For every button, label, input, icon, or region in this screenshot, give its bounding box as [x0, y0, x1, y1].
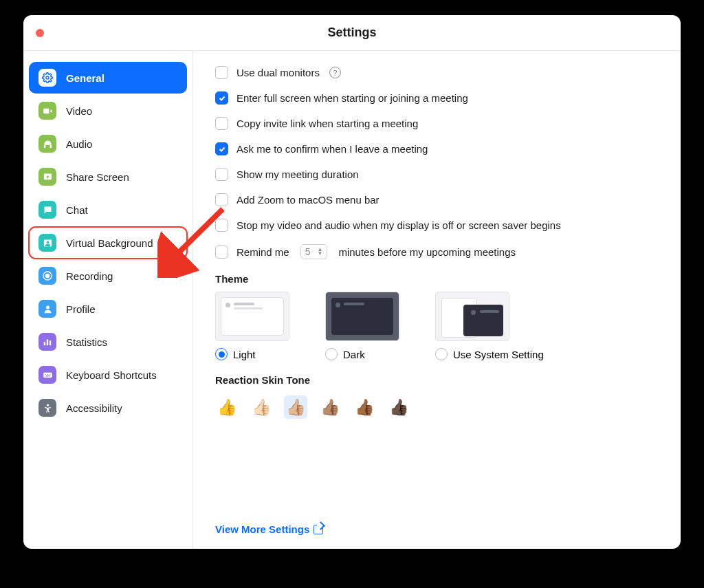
svg-point-14 — [45, 373, 45, 374]
skin-tone-4[interactable]: 👍🏾 — [353, 395, 376, 419]
theme-radio-row: Dark — [325, 348, 399, 360]
option-label: Use dual monitors — [236, 67, 320, 78]
theme-label: Light — [233, 349, 256, 360]
remind-pre: Remind me — [236, 246, 289, 258]
option-label: Show my meeting duration — [236, 168, 359, 180]
svg-point-8 — [45, 274, 49, 277]
theme-preview-system — [435, 292, 509, 341]
sidebar-item-label: Recording — [66, 270, 113, 282]
theme-light[interactable]: Light — [215, 292, 289, 360]
sidebar-item-label: Video — [66, 105, 92, 117]
sidebar-item-label: Accessibility — [66, 402, 122, 414]
skin-tone-row: 👍 👍🏻 👍🏼 👍🏽 👍🏾 👍🏿 — [215, 395, 659, 419]
skin-tone-0[interactable]: 👍 — [215, 395, 239, 419]
theme-preview-light — [215, 292, 289, 341]
theme-radio-row: Light — [215, 348, 289, 360]
remind-post: minutes before my upcoming meetings — [338, 246, 516, 258]
svg-rect-1 — [43, 108, 49, 113]
sidebar-item-label: Audio — [66, 138, 92, 150]
checkbox-full-screen[interactable] — [215, 91, 228, 105]
sidebar-item-label: General — [66, 72, 104, 84]
sidebar-item-statistics[interactable]: Statistics — [29, 326, 187, 358]
gear-icon — [38, 69, 56, 87]
svg-rect-10 — [44, 342, 45, 345]
checkbox-stop-on-saver[interactable] — [215, 219, 228, 232]
checkbox-remind[interactable] — [215, 246, 228, 259]
chat-icon — [38, 201, 56, 219]
headphones-icon — [38, 135, 56, 153]
svg-point-15 — [47, 373, 47, 374]
stepper-arrows-icon: ▲▼ — [318, 248, 323, 256]
sidebar-item-share-screen[interactable]: Share Screen — [29, 161, 187, 193]
help-icon[interactable]: ? — [329, 67, 341, 78]
remind-minutes-value: 5 — [305, 246, 311, 257]
window-title: Settings — [327, 25, 376, 40]
option-full-screen: Enter full screen when starting or joini… — [215, 91, 659, 105]
settings-window: Settings General Video Audio — [23, 15, 681, 549]
svg-point-18 — [46, 404, 48, 406]
option-dual-monitors: Use dual monitors ? — [215, 66, 659, 79]
option-label: Ask me to confirm when I leave a meeting — [236, 143, 428, 155]
option-menu-bar: Add Zoom to macOS menu bar — [215, 193, 659, 206]
radio-dark[interactable] — [325, 348, 338, 360]
option-remind: Remind me 5 ▲▼ minutes before my upcomin… — [215, 244, 659, 259]
option-stop-on-saver: Stop my video and audio when my display … — [215, 219, 659, 232]
share-screen-icon — [38, 168, 56, 186]
svg-point-0 — [46, 76, 49, 79]
checkbox-menu-bar[interactable] — [215, 193, 228, 206]
sidebar-item-audio[interactable]: Audio — [29, 128, 187, 160]
option-confirm-leave: Ask me to confirm when I leave a meeting — [215, 142, 659, 155]
statistics-icon — [38, 333, 56, 351]
checkbox-copy-invite[interactable] — [215, 117, 228, 130]
link-label: View More Settings — [215, 523, 309, 535]
sidebar-item-label: Virtual Background — [66, 237, 153, 249]
close-window-button[interactable] — [36, 29, 44, 37]
option-meeting-duration: Show my meeting duration — [215, 168, 659, 181]
sidebar-item-recording[interactable]: Recording — [29, 260, 187, 292]
theme-label: Use System Setting — [453, 349, 544, 360]
svg-rect-13 — [43, 372, 52, 378]
sidebar-item-label: Share Screen — [66, 171, 129, 183]
theme-row: Light Dark Use System Setting — [215, 292, 659, 360]
recording-icon — [38, 267, 56, 285]
option-label: Enter full screen when starting or joini… — [236, 92, 468, 104]
accessibility-icon — [38, 399, 56, 417]
skin-tone-3[interactable]: 👍🏽 — [318, 395, 342, 419]
remind-minutes-stepper[interactable]: 5 ▲▼ — [300, 244, 328, 259]
svg-rect-17 — [45, 375, 50, 376]
view-more-settings-link[interactable]: View More Settings — [215, 523, 323, 535]
titlebar: Settings — [23, 15, 681, 51]
radio-light[interactable] — [215, 348, 228, 360]
svg-rect-12 — [50, 340, 51, 345]
svg-point-6 — [46, 241, 49, 243]
theme-label: Dark — [343, 349, 365, 360]
option-label: Stop my video and audio when my display … — [236, 219, 561, 231]
sidebar-item-label: Statistics — [66, 336, 107, 348]
radio-system[interactable] — [435, 348, 448, 360]
sidebar-item-keyboard-shortcuts[interactable]: Keyboard Shortcuts — [29, 359, 187, 391]
sidebar-item-chat[interactable]: Chat — [29, 194, 187, 226]
sidebar-item-label: Chat — [66, 204, 88, 216]
theme-system[interactable]: Use System Setting — [435, 292, 544, 360]
sidebar-item-virtual-background[interactable]: Virtual Background — [29, 227, 187, 259]
theme-preview-dark — [325, 292, 399, 341]
keyboard-icon — [38, 366, 56, 384]
settings-general-panel: Use dual monitors ? Enter full screen wh… — [193, 51, 681, 549]
sidebar-item-video[interactable]: Video — [29, 95, 187, 127]
checkbox-confirm-leave[interactable] — [215, 142, 228, 155]
checkbox-dual-monitors[interactable] — [215, 66, 228, 79]
skin-tone-2[interactable]: 👍🏼 — [284, 395, 307, 419]
profile-icon — [38, 300, 56, 318]
sidebar-item-profile[interactable]: Profile — [29, 293, 187, 325]
skin-tone-1[interactable]: 👍🏻 — [250, 395, 273, 419]
svg-rect-11 — [47, 340, 48, 346]
skin-tone-5[interactable]: 👍🏿 — [387, 395, 410, 419]
sidebar-item-general[interactable]: General — [29, 62, 187, 94]
sidebar-item-accessibility[interactable]: Accessibility — [29, 392, 187, 424]
reaction-skin-tone-title: Reaction Skin Tone — [215, 374, 659, 386]
sidebar-item-label: Profile — [66, 303, 96, 315]
virtual-background-icon — [38, 234, 56, 252]
theme-dark[interactable]: Dark — [325, 292, 399, 360]
checkbox-meeting-duration[interactable] — [215, 168, 228, 181]
option-label: Copy invite link when starting a meeting — [236, 118, 418, 129]
